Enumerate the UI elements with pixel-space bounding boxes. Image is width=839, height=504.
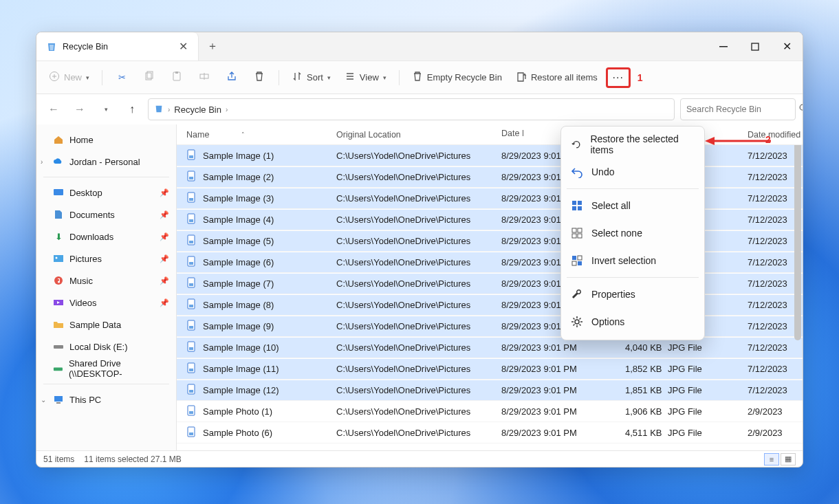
- status-bar: 51 items 11 items selected 27.1 MB ≡ ▦: [36, 450, 803, 467]
- rows-container[interactable]: Sample Image (1)C:\Users\Yodel\OneDrive\…: [177, 145, 803, 450]
- restore-icon: [516, 71, 527, 84]
- col-name[interactable]: Name ˄: [186, 130, 336, 140]
- arrow-up-icon: ↑: [129, 103, 135, 116]
- recycle-bin-icon: [46, 41, 57, 52]
- pin-icon: 📌: [160, 210, 169, 219]
- sidebar-item-videos[interactable]: Videos📌: [36, 292, 176, 314]
- col-orig[interactable]: Original Location: [336, 130, 501, 140]
- new-tab-button[interactable]: ＋: [199, 32, 226, 61]
- table-row[interactable]: Sample Image (2)C:\Users\Yodel\OneDrive\…: [177, 166, 803, 188]
- window-controls: ✕: [708, 32, 803, 61]
- sidebar-item-local-disk[interactable]: Local Disk (E:): [36, 336, 176, 358]
- sidebar-item-documents[interactable]: Documents📌: [36, 204, 176, 226]
- document-icon: [53, 209, 64, 220]
- ctx-restore-selected[interactable]: Restore the selected items: [561, 131, 704, 158]
- svg-rect-9: [54, 189, 63, 195]
- table-row[interactable]: Sample Image (11)C:\Users\Yodel\OneDrive…: [177, 358, 803, 380]
- sidebar-item-music[interactable]: Music📌: [36, 270, 176, 292]
- empty-label: Empty Recycle Bin: [427, 72, 502, 83]
- search-input[interactable]: [686, 105, 794, 114]
- new-button[interactable]: New ▾: [43, 67, 95, 89]
- cut-button[interactable]: ✂: [109, 67, 134, 89]
- share-button[interactable]: [219, 67, 244, 89]
- search-icon[interactable]: [798, 103, 803, 116]
- back-button[interactable]: ←: [43, 99, 64, 120]
- table-row[interactable]: Sample Image (12)C:\Users\Yodel\OneDrive…: [177, 380, 803, 401]
- chevron-right-icon[interactable]: ›: [41, 158, 43, 166]
- sidebar-item-onedrive[interactable]: › Jordan - Personal: [36, 151, 176, 173]
- separator: [567, 188, 699, 189]
- ctx-properties[interactable]: Properties: [561, 281, 704, 308]
- svg-rect-31: [189, 283, 193, 286]
- sidebar-item-downloads[interactable]: ⬇Downloads📌: [36, 226, 176, 248]
- forward-button[interactable]: →: [69, 99, 90, 120]
- file-icon: [186, 405, 197, 418]
- video-icon: [53, 297, 64, 308]
- sort-button[interactable]: Sort ▾: [286, 67, 336, 89]
- maximize-button[interactable]: [739, 32, 771, 61]
- window-tab[interactable]: Recycle Bin ✕: [36, 32, 199, 61]
- table-row[interactable]: Sample Image (7)C:\Users\Yodel\OneDrive\…: [177, 273, 803, 294]
- restore-all-button[interactable]: Restore all items: [510, 67, 603, 89]
- table-row[interactable]: Sample Image (1)C:\Users\Yodel\OneDrive\…: [177, 145, 803, 166]
- ctx-select-all[interactable]: Select all: [561, 192, 704, 219]
- svg-marker-60: [705, 137, 715, 145]
- table-row[interactable]: Sample Image (6)C:\Users\Yodel\OneDrive\…: [177, 252, 803, 273]
- minimize-button[interactable]: [708, 32, 739, 61]
- sidebar-item-sample-data[interactable]: Sample Data: [36, 314, 176, 336]
- table-row[interactable]: Sample Image (10)C:\Users\Yodel\OneDrive…: [177, 337, 803, 358]
- drive-icon: [53, 341, 64, 352]
- sidebar[interactable]: Home › Jordan - Personal Desktop📌 Docume…: [36, 124, 177, 450]
- svg-rect-25: [189, 219, 193, 222]
- close-button[interactable]: ✕: [771, 32, 803, 61]
- rename-button[interactable]: [192, 67, 217, 89]
- ctx-label: Invert selection: [591, 255, 656, 266]
- svg-rect-53: [578, 234, 582, 238]
- table-row[interactable]: Sample Image (3)C:\Users\Yodel\OneDrive\…: [177, 188, 803, 209]
- sidebar-item-shared-drive[interactable]: Shared Drive (\\DESKTOP-: [36, 358, 176, 380]
- details-view-button[interactable]: ≡: [764, 453, 779, 465]
- ctx-options[interactable]: Options: [561, 308, 704, 336]
- table-row[interactable]: Sample Image (4)C:\Users\Yodel\OneDrive\…: [177, 209, 803, 230]
- separator: [102, 70, 102, 85]
- pin-icon: 📌: [160, 254, 169, 263]
- table-row[interactable]: Sample Photo (6)C:\Users\Yodel\OneDrive\…: [177, 422, 803, 443]
- more-button[interactable]: ···: [606, 67, 631, 88]
- table-row[interactable]: Sample Image (5)C:\Users\Yodel\OneDrive\…: [177, 230, 803, 252]
- table-row[interactable]: Sample Image (8)C:\Users\Yodel\OneDrive\…: [177, 294, 803, 316]
- svg-rect-33: [189, 305, 193, 307]
- view-button[interactable]: View ▾: [339, 67, 392, 89]
- clipboard-icon: [171, 71, 182, 84]
- delete-button[interactable]: [247, 67, 272, 89]
- table-row[interactable]: Sample Image (9)C:\Users\Yodel\OneDrive\…: [177, 316, 803, 337]
- sidebar-label: Home: [69, 135, 94, 145]
- ctx-invert-selection[interactable]: Invert selection: [561, 247, 704, 274]
- file-name: Sample Image (9): [203, 321, 274, 331]
- table-row[interactable]: Sample Photo (1)C:\Users\Yodel\OneDrive\…: [177, 401, 803, 422]
- up-button[interactable]: ↑: [122, 99, 142, 120]
- sort-icon: [292, 71, 303, 84]
- date-deleted: 8/29/2023 9:01 PM: [501, 406, 625, 417]
- empty-recycle-bin-button[interactable]: Empty Recycle Bin: [406, 67, 508, 89]
- scrollbar-thumb[interactable]: [794, 145, 801, 340]
- ctx-undo[interactable]: Undo: [561, 158, 704, 186]
- copy-button[interactable]: [137, 67, 162, 89]
- svg-rect-49: [578, 206, 582, 210]
- ctx-select-none[interactable]: Select none: [561, 219, 704, 247]
- paste-button[interactable]: [164, 67, 189, 89]
- address-bar[interactable]: › Recycle Bin ›: [148, 98, 675, 120]
- tab-title: Recycle Bin: [63, 42, 172, 52]
- breadcrumb-root[interactable]: Recycle Bin: [174, 105, 221, 115]
- thumbnail-view-button[interactable]: ▦: [781, 453, 796, 465]
- sidebar-item-this-pc[interactable]: ⌄This PC: [36, 388, 176, 410]
- sidebar-item-pictures[interactable]: Pictures📌: [36, 248, 176, 270]
- search-box[interactable]: [680, 98, 796, 120]
- file-icon: [186, 298, 197, 311]
- recent-dropdown[interactable]: ▾: [96, 99, 116, 120]
- chevron-down-icon[interactable]: ⌄: [41, 396, 46, 404]
- sidebar-label: Sample Data: [69, 320, 121, 330]
- tab-close-button[interactable]: ✕: [177, 41, 188, 52]
- chevron-down-icon: ▾: [383, 74, 386, 81]
- sidebar-item-desktop[interactable]: Desktop📌: [36, 182, 176, 204]
- sidebar-item-home[interactable]: Home: [36, 129, 176, 151]
